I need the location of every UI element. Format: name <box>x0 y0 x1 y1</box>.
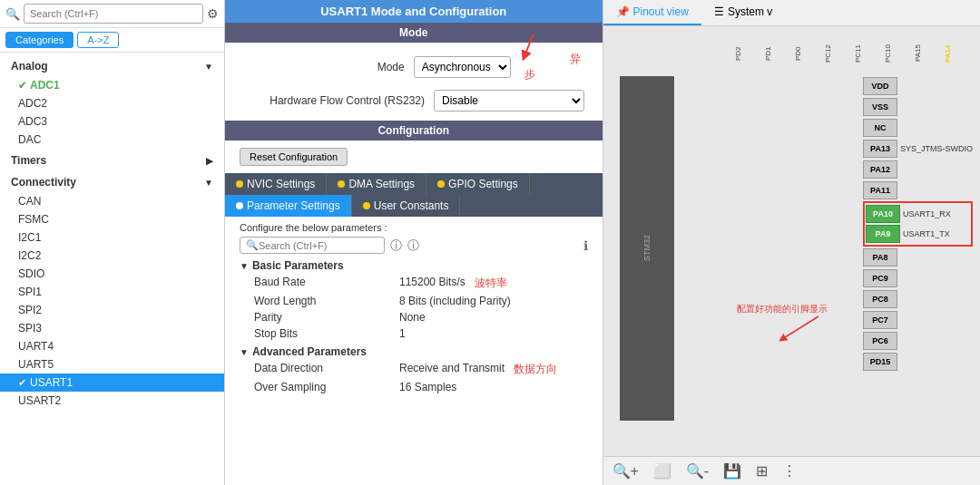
section-analog-label: Analog <box>11 60 48 73</box>
sidebar-item-label: DAC <box>18 133 41 146</box>
mode-row-hwflow: Hardware Flow Control (RS232) Disable <box>243 90 584 112</box>
basic-params-header[interactable]: ▼ Basic Parameters <box>240 257 588 274</box>
sidebar-item-i2c1[interactable]: I2C1 <box>0 228 224 247</box>
pin-pa12[interactable]: PA12 <box>863 160 973 179</box>
param-value-datadirection: Receive and Transmit <box>399 362 505 377</box>
mode-select[interactable]: Asynchronous <box>414 56 511 78</box>
section-analog: Analog ▼ ✔ ADC1 ADC2 ADC3 DAC <box>0 56 224 149</box>
config-section: Configuration Reset Configuration NVIC S… <box>225 121 603 403</box>
pin-header-pc11: PC11 <box>854 31 883 76</box>
pin-pc7[interactable]: PC7 <box>863 310 973 330</box>
sidebar-item-can[interactable]: CAN <box>0 192 224 210</box>
right-panel: 📌 Pinout view ☰ System v PD2 PD1 PD0 PC1… <box>603 0 981 485</box>
pin-pa10[interactable]: PA10 USART1_RX <box>866 204 970 224</box>
tab-user-constants[interactable]: User Constants <box>352 195 461 217</box>
pin-box-pd15: PD15 <box>863 353 897 371</box>
mode-label: Mode <box>243 61 405 73</box>
tab-pinout-label: Pinout view <box>633 5 689 18</box>
sidebar-item-dac[interactable]: DAC <box>0 131 224 149</box>
tab-pinout-view[interactable]: 📌 Pinout view <box>603 0 701 25</box>
tab-dma-settings[interactable]: DMA Settings <box>327 173 426 195</box>
sidebar-item-uart4[interactable]: UART4 <box>0 337 224 355</box>
section-connectivity-header[interactable]: Connectivity ▼ <box>0 172 224 192</box>
section-analog-header[interactable]: Analog ▼ <box>0 56 224 76</box>
sidebar-item-label: UART4 <box>18 340 54 353</box>
center-panel: USART1 Mode and Configuration Mode Mode … <box>225 0 603 485</box>
tab-az[interactable]: A->Z <box>77 32 119 48</box>
pin-vdd[interactable]: VDD <box>863 76 973 96</box>
pin-box-pc9: PC9 <box>863 269 897 287</box>
sidebar-item-usart2[interactable]: USART2 <box>0 392 224 410</box>
bottom-toolbar: 🔍+ ⬜ 🔍- 💾 ⊞ ⋮ <box>603 456 981 485</box>
params-search-input[interactable] <box>259 240 358 251</box>
tab-system-view[interactable]: ☰ System v <box>701 0 785 25</box>
save-icon[interactable]: 💾 <box>723 462 741 480</box>
zoom-in-icon[interactable]: 🔍+ <box>612 462 639 480</box>
pin-vss[interactable]: VSS <box>863 97 973 117</box>
hwflow-select[interactable]: Disable <box>434 90 584 112</box>
pin-nc[interactable]: NC <box>863 118 973 138</box>
sidebar-item-spi1[interactable]: SPI1 <box>0 283 224 301</box>
pin-header-pd2: PD2 <box>734 31 763 76</box>
pin-column-right: VDD VSS NC PA13 SYS_JTMS-SWDIO <box>863 76 973 372</box>
toolbar-icons: 🔍+ ⬜ 🔍- 💾 ⊞ ⋮ <box>612 462 798 480</box>
sidebar-item-label: FSMC <box>18 213 49 226</box>
collapse-icon-advanced: ▼ <box>240 347 249 357</box>
pin-header-pc10: PC10 <box>884 31 913 76</box>
tab-gpio-label: GPIO Settings <box>448 178 518 190</box>
tab-categories[interactable]: Categories <box>5 32 74 48</box>
advanced-params-header[interactable]: ▼ Advanced Parameters <box>240 344 588 360</box>
sidebar-item-uart5[interactable]: UART5 <box>0 355 224 373</box>
pin-box-pa8: PA8 <box>863 248 897 267</box>
sidebar-item-adc3[interactable]: ADC3 <box>0 112 224 131</box>
sidebar-item-adc2[interactable]: ADC2 <box>0 94 224 112</box>
sidebar-item-spi3[interactable]: SPI3 <box>0 319 224 337</box>
section-timers-header[interactable]: Timers ▶ <box>0 150 224 170</box>
sidebar-item-i2c2[interactable]: I2C2 <box>0 247 224 265</box>
more-icon[interactable]: ⋮ <box>782 462 797 480</box>
info-icon-2: ⓘ <box>407 238 419 254</box>
tab-parameter-settings[interactable]: Parameter Settings <box>225 195 352 217</box>
param-group-advanced: ▼ Advanced Parameters Data Direction Rec… <box>240 344 588 395</box>
sidebar-item-adc1[interactable]: ✔ ADC1 <box>0 76 224 94</box>
chip-body: STM32 <box>620 76 674 421</box>
sidebar-search-input[interactable] <box>24 4 203 24</box>
layout-icon[interactable]: ⊞ <box>756 462 768 480</box>
frame-icon[interactable]: ⬜ <box>653 462 671 480</box>
gear-icon[interactable]: ⚙ <box>207 6 219 21</box>
sidebar-item-label: I2C2 <box>18 249 41 262</box>
chevron-down-icon-conn: ▼ <box>204 178 213 188</box>
param-name-stopbits: Stop Bits <box>254 327 399 340</box>
zoom-out-icon[interactable]: 🔍- <box>686 462 709 480</box>
basic-params-label: Basic Parameters <box>252 259 344 272</box>
tab-gpio-settings[interactable]: GPIO Settings <box>426 173 530 195</box>
pin-pc6[interactable]: PC6 <box>863 331 973 351</box>
pin-pa8[interactable]: PA8 <box>863 247 973 267</box>
sidebar-item-sdio[interactable]: SDIO <box>0 265 224 283</box>
dma-dot <box>338 180 345 188</box>
param-name-wordlength: Word Length <box>254 295 399 307</box>
pin-pa11[interactable]: PA11 <box>863 180 973 200</box>
param-name-baudrate: Baud Rate <box>254 276 399 291</box>
sidebar-item-usart1[interactable]: ✔ USART1 <box>0 373 224 392</box>
sidebar-tabs: Categories A->Z <box>0 28 224 53</box>
sidebar-item-spi2[interactable]: SPI2 <box>0 301 224 319</box>
pin-pd15[interactable]: PD15 <box>863 352 973 372</box>
reset-config-button[interactable]: Reset Configuration <box>240 148 348 166</box>
param-value-parity: None <box>399 311 426 324</box>
sidebar-content: Analog ▼ ✔ ADC1 ADC2 ADC3 DAC <box>0 53 224 485</box>
tab-nvic-settings[interactable]: NVIC Settings <box>225 173 327 195</box>
center-title: USART1 Mode and Configuration <box>225 0 603 23</box>
pin-pc8[interactable]: PC8 <box>863 289 973 309</box>
pin-pc9[interactable]: PC9 <box>863 268 973 288</box>
config-header: Configuration <box>225 121 603 141</box>
param-value-stopbits: 1 <box>399 327 406 340</box>
section-timers: Timers ▶ <box>0 150 224 170</box>
pin-pa13[interactable]: PA13 SYS_JTMS-SWDIO <box>863 139 973 159</box>
pin-box-nc: NC <box>863 119 897 137</box>
param-group-basic: ▼ Basic Parameters Baud Rate 115200 Bits… <box>240 257 588 342</box>
sidebar-item-fsmc[interactable]: FSMC <box>0 210 224 228</box>
param-row-parity: Parity None <box>240 309 588 325</box>
pin-pa9[interactable]: PA9 USART1_TX <box>866 224 970 244</box>
sidebar: 🔍 ⚙ Categories A->Z Analog ▼ ✔ ADC1 ADC2 <box>0 0 225 485</box>
